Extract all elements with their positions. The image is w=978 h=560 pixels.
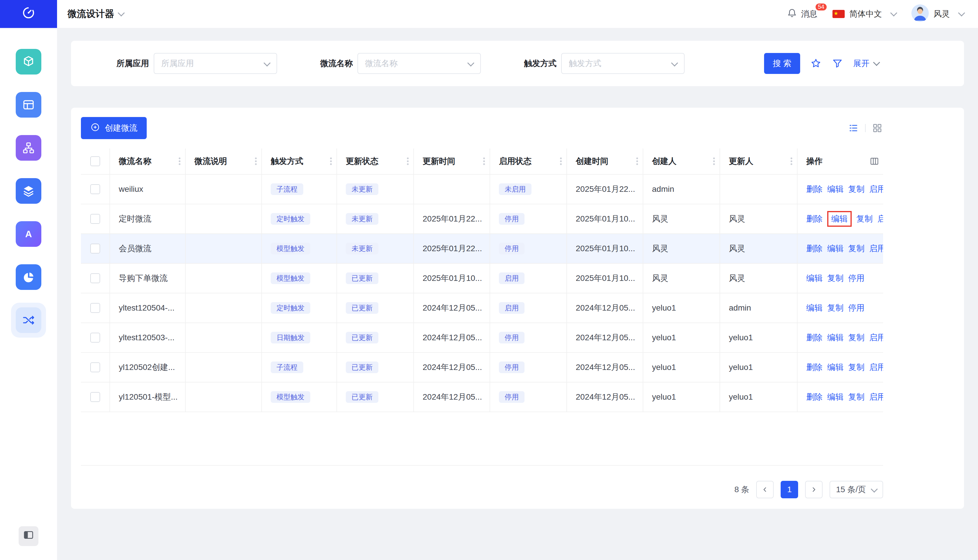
language-label: 简体中文 bbox=[849, 8, 882, 20]
create-flow-button[interactable]: 创建微流 bbox=[81, 117, 147, 139]
sidebar-collapse-button[interactable] bbox=[18, 526, 38, 546]
expand-toggle[interactable]: 展开 bbox=[853, 58, 879, 69]
action-disable[interactable]: 停用 bbox=[848, 302, 865, 313]
action-delete[interactable]: 删除 bbox=[806, 362, 823, 373]
list-view-icon[interactable] bbox=[848, 122, 859, 134]
sidebar-item-org[interactable] bbox=[16, 135, 41, 161]
action-delete[interactable]: 删除 bbox=[806, 243, 823, 254]
column-header-label: 创建时间 bbox=[576, 156, 608, 167]
column-menu-icon[interactable] bbox=[330, 160, 332, 162]
action-copy[interactable]: 复制 bbox=[848, 243, 865, 254]
action-delete[interactable]: 删除 bbox=[806, 392, 823, 403]
action-edit[interactable]: 编辑 bbox=[806, 273, 823, 284]
row-checkbox[interactable] bbox=[90, 273, 100, 283]
action-copy[interactable]: 复制 bbox=[856, 213, 873, 224]
action-edit[interactable]: 编辑 bbox=[827, 392, 843, 403]
action-copy[interactable]: 复制 bbox=[848, 362, 865, 373]
action-edit[interactable]: 编辑 bbox=[827, 211, 852, 227]
column-menu-icon[interactable] bbox=[407, 160, 409, 162]
app-title-dropdown[interactable]: 微流设计器 bbox=[68, 8, 124, 20]
cell-update-time: 2025年01月10... bbox=[414, 264, 490, 293]
column-menu-icon[interactable] bbox=[791, 160, 792, 162]
column-menu-icon[interactable] bbox=[713, 160, 715, 162]
sidebar-item-flow-designer[interactable] bbox=[16, 307, 41, 333]
cell-creator: yeluo1 bbox=[643, 323, 720, 352]
action-enable[interactable]: 启用 bbox=[869, 243, 883, 254]
cell-trigger-type: 日期触发 bbox=[262, 323, 337, 352]
column-settings-icon[interactable] bbox=[869, 156, 880, 167]
column-menu-icon[interactable] bbox=[560, 160, 562, 162]
favorite-star-icon[interactable] bbox=[810, 58, 822, 69]
next-page-button[interactable] bbox=[805, 481, 823, 498]
action-delete[interactable]: 删除 bbox=[806, 213, 823, 224]
action-delete[interactable]: 删除 bbox=[806, 184, 823, 195]
table-toolbar: 创建微流 bbox=[81, 117, 883, 139]
column-header-label: 操作 bbox=[806, 156, 823, 167]
prev-page-button[interactable] bbox=[756, 481, 774, 498]
sidebar-item-ai[interactable]: A bbox=[16, 221, 41, 247]
update-status-tag: 未更新 bbox=[346, 183, 378, 195]
action-enable[interactable]: 启用 bbox=[869, 184, 883, 195]
sidebar-item-modules[interactable] bbox=[16, 49, 41, 75]
action-copy[interactable]: 复制 bbox=[827, 273, 843, 284]
action-copy[interactable]: 复制 bbox=[848, 392, 865, 403]
row-checkbox[interactable] bbox=[90, 303, 100, 313]
column-menu-icon[interactable] bbox=[179, 160, 180, 162]
row-checkbox[interactable] bbox=[90, 243, 100, 253]
column-menu-icon[interactable] bbox=[483, 160, 485, 162]
column-menu-icon[interactable] bbox=[636, 160, 638, 162]
column-header-label: 启用状态 bbox=[499, 156, 531, 167]
messages-button[interactable]: 消息 54 bbox=[786, 8, 817, 21]
action-disable[interactable]: 停用 bbox=[848, 273, 865, 284]
action-enable[interactable]: 启用 bbox=[869, 332, 883, 343]
row-checkbox[interactable] bbox=[90, 392, 100, 402]
page-size-select[interactable]: 15 条/页 bbox=[830, 481, 883, 498]
filter-select-app[interactable]: 所属应用 bbox=[154, 53, 277, 74]
search-button[interactable]: 搜 索 bbox=[764, 53, 800, 74]
action-copy[interactable]: 复制 bbox=[848, 184, 865, 195]
action-enable[interactable]: 启用 bbox=[869, 392, 883, 403]
action-edit[interactable]: 编辑 bbox=[827, 332, 843, 343]
chevron-down-icon bbox=[871, 485, 878, 492]
table-row: weiliux子流程未更新未启用2025年01月22...admin删除编辑复制… bbox=[81, 175, 883, 204]
column-menu-icon[interactable] bbox=[255, 160, 257, 162]
table-panel: 创建微流 bbox=[71, 108, 964, 509]
sidebar-item-analytics[interactable] bbox=[16, 264, 41, 290]
action-copy[interactable]: 复制 bbox=[827, 302, 843, 313]
user-menu[interactable]: 风灵 bbox=[911, 4, 964, 24]
filter-label-app: 所属应用 bbox=[87, 58, 149, 69]
page-title: 微流设计器 bbox=[68, 8, 114, 20]
cell-updater: yeluo1 bbox=[720, 353, 798, 382]
update-status-tag: 已更新 bbox=[346, 391, 378, 403]
grid-view-icon[interactable] bbox=[871, 122, 883, 134]
action-edit[interactable]: 编辑 bbox=[806, 302, 823, 313]
cell-update-status: 已更新 bbox=[337, 382, 414, 412]
cell-checkbox bbox=[81, 175, 110, 204]
row-checkbox[interactable] bbox=[90, 362, 100, 372]
select-all-checkbox[interactable] bbox=[90, 156, 100, 166]
action-enable[interactable]: 启用 bbox=[869, 362, 883, 373]
action-edit[interactable]: 编辑 bbox=[827, 243, 843, 254]
action-edit[interactable]: 编辑 bbox=[827, 184, 843, 195]
filter-funnel-icon[interactable] bbox=[831, 58, 843, 69]
sidebar-item-layers[interactable] bbox=[16, 178, 41, 204]
row-checkbox[interactable] bbox=[90, 184, 100, 194]
language-selector[interactable]: ★ 简体中文 bbox=[833, 8, 896, 20]
update-status-tag: 未更新 bbox=[346, 213, 378, 225]
sidebar-item-pages[interactable] bbox=[16, 92, 41, 118]
action-copy[interactable]: 复制 bbox=[848, 332, 865, 343]
cell-creator: yeluo1 bbox=[643, 293, 720, 322]
page-1-button[interactable]: 1 bbox=[781, 481, 798, 498]
cell-updater bbox=[720, 175, 798, 204]
action-delete[interactable]: 删除 bbox=[806, 332, 823, 343]
cell-update-time: 2024年12月05... bbox=[414, 382, 490, 412]
row-checkbox[interactable] bbox=[90, 214, 100, 224]
filter-select-flow-name[interactable]: 微流名称 bbox=[357, 53, 481, 74]
filter-select-trigger[interactable]: 触发方式 bbox=[561, 53, 685, 74]
action-enable[interactable]: 启用 bbox=[877, 213, 883, 224]
cell-create-time: 2025年01月10... bbox=[567, 264, 643, 293]
main-content: 所属应用所属应用微流名称微流名称触发方式触发方式 搜 索 展开 bbox=[57, 28, 978, 560]
row-checkbox[interactable] bbox=[90, 333, 100, 343]
create-flow-label: 创建微流 bbox=[105, 123, 137, 133]
action-edit[interactable]: 编辑 bbox=[827, 362, 843, 373]
